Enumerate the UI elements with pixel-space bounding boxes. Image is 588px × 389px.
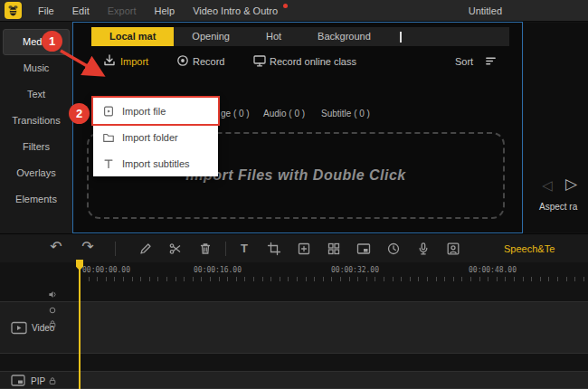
tab-opening[interactable]: Opening: [174, 27, 248, 46]
sidebar: Media Music Text Transitions Filters Ove…: [0, 22, 72, 235]
import-subtitles-icon: [102, 157, 115, 170]
app-window: File Edit Export Help Video Intro & Outr…: [0, 0, 588, 389]
ruler-tick-marks: [80, 277, 588, 281]
import-folder-icon: [102, 131, 115, 144]
record-button[interactable]: Record: [193, 56, 224, 67]
sidebar-item-transitions[interactable]: Transitions: [0, 108, 72, 134]
media-tabstrip: Local mat Opening Hot Background: [91, 27, 509, 46]
ruler-tick-label: 00:00:16.00: [194, 266, 242, 274]
microphone-icon[interactable]: [416, 242, 431, 256]
menu-help[interactable]: Help: [146, 0, 185, 22]
menu-file[interactable]: File: [29, 0, 63, 22]
aspect-ratio-button[interactable]: Aspect ra: [539, 202, 577, 212]
toolbar-divider: [225, 242, 226, 256]
playhead-line[interactable]: [79, 260, 81, 389]
menu-item-label: Import subtitles: [122, 158, 190, 169]
previous-frame-icon[interactable]: ◁: [542, 178, 553, 192]
video-track[interactable]: Video: [0, 301, 588, 354]
preview-panel: ◁ ▷ Aspect ra: [524, 23, 588, 232]
subtab-footage[interactable]: ge ( 0 ): [221, 109, 250, 119]
lock-track-icon[interactable]: [48, 319, 57, 328]
mosaic-icon[interactable]: [327, 242, 341, 256]
pip-track[interactable]: PIP: [0, 371, 588, 389]
speech-to-text-button[interactable]: Speech&Te: [504, 243, 555, 254]
portrait-camera-icon[interactable]: [446, 242, 460, 256]
sort-icon[interactable]: [484, 54, 498, 68]
menu-item-import-folder[interactable]: Import folder: [93, 124, 218, 150]
edit-icon[interactable]: [138, 242, 153, 256]
video-track-header: Video: [0, 302, 80, 353]
tab-local-material[interactable]: Local mat: [91, 27, 174, 46]
annotation-step-2: 2: [69, 103, 90, 124]
text-cursor: [400, 32, 402, 43]
pip-track-label: PIP: [31, 376, 45, 386]
toolbar: ↶ ↷ T Sp: [0, 233, 588, 262]
ruler-tick-label: 00:00:32.00: [331, 266, 379, 274]
tab-background[interactable]: Background: [299, 27, 389, 46]
pip-track-icon: [11, 375, 25, 386]
sidebar-item-overlays[interactable]: Overlays: [0, 160, 72, 186]
pip-icon[interactable]: [356, 242, 371, 256]
pip-track-header: PIP: [0, 372, 80, 388]
notification-dot: [283, 4, 288, 8]
ruler-tick-label: 00:00:00.00: [82, 266, 130, 274]
annotation-step-1: 1: [42, 31, 62, 52]
tab-hot[interactable]: Hot: [248, 27, 299, 46]
timeline-ruler[interactable]: 00:00:00.00 00:00:16.00 00:00:32.00 00:0…: [0, 262, 588, 284]
titlebar: File Edit Export Help Video Intro & Outr…: [0, 0, 588, 22]
ruler-tick-label: 00:00:48.00: [469, 266, 517, 274]
record-icon[interactable]: [175, 53, 190, 68]
video-track-icon: [11, 321, 27, 335]
mute-icon[interactable]: [48, 289, 58, 299]
pip-lock-icon[interactable]: [48, 376, 57, 385]
sidebar-item-filters[interactable]: Filters: [0, 134, 72, 160]
menu-item-label: Import folder: [122, 132, 178, 143]
app-logo-bee-icon: [5, 2, 22, 19]
menu-edit[interactable]: Edit: [63, 0, 99, 22]
annotation-highlight-box: [91, 96, 220, 126]
duration-clock-icon[interactable]: [386, 242, 401, 256]
dropzone-hint-text: Import Files with Double Click: [185, 167, 405, 184]
subtab-subtitle[interactable]: Subtitle ( 0 ): [321, 109, 370, 119]
record-online-class-button[interactable]: Record online class: [270, 56, 356, 67]
undo-icon[interactable]: ↶: [49, 240, 63, 254]
subtab-audio[interactable]: Audio ( 0 ): [263, 109, 305, 119]
redo-icon[interactable]: ↷: [81, 240, 95, 254]
menu-export: Export: [99, 0, 146, 22]
sidebar-item-music[interactable]: Music: [0, 55, 72, 81]
import-icon[interactable]: [102, 53, 117, 68]
import-button[interactable]: Import: [120, 56, 148, 67]
split-scissors-icon[interactable]: [168, 242, 183, 256]
text-tool-icon[interactable]: T: [237, 242, 251, 256]
crop-icon[interactable]: [267, 242, 281, 256]
delete-trash-icon[interactable]: [198, 242, 213, 256]
menu-video-intro-outro[interactable]: Video Intro & Outro: [184, 0, 287, 22]
sort-button[interactable]: Sort: [455, 56, 473, 67]
record-online-class-icon[interactable]: [252, 53, 267, 68]
project-title: Untitled: [469, 5, 502, 16]
play-icon[interactable]: ▷: [565, 176, 577, 192]
sidebar-item-text[interactable]: Text: [0, 81, 72, 108]
menu-item-import-subtitles[interactable]: Import subtitles: [93, 150, 218, 176]
toolbar-divider: [115, 242, 116, 256]
hide-track-icon[interactable]: [48, 306, 57, 315]
zoom-icon[interactable]: [297, 242, 311, 256]
sidebar-item-elements[interactable]: Elements: [0, 186, 72, 213]
